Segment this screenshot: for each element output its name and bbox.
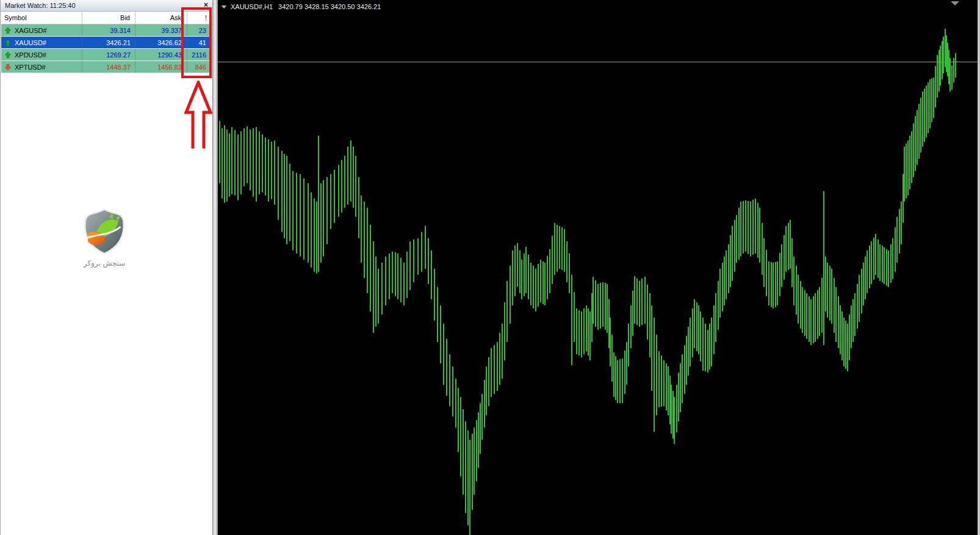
ask-cell: 39.337 (135, 27, 187, 34)
chart-ohlc-values: 3420.79 3428.15 3420.50 3426.21 (278, 3, 381, 10)
broker-logo: سنجش بروکر (78, 208, 131, 268)
close-icon[interactable]: × (204, 1, 208, 9)
table-row[interactable]: XPTUSD#1448.371456.83846 (1, 61, 212, 73)
symbol-label: XAUUSD# (15, 39, 46, 46)
spread-cell: 2116 (187, 51, 212, 59)
bid-cell: 3426.21 (82, 39, 135, 46)
symbol-cell: XPTUSD# (1, 64, 82, 71)
trend-down-icon (5, 64, 11, 70)
mt4-window: Market Watch: 11:25:40 × Symbol Bid Ask … (0, 0, 980, 535)
table-row[interactable]: XAUUSD#3426.213426.6241 (1, 37, 212, 48)
candlestick-bars[interactable] (218, 0, 980, 535)
chart-shift-marker-icon[interactable] (951, 1, 959, 5)
chart-symbol-period: XAUUSD#,H1 (231, 3, 273, 10)
spread-cell: 41 (187, 39, 212, 46)
trend-up-icon (5, 27, 11, 34)
symbol-cell: XAUUSD# (1, 39, 82, 46)
bid-cell: 1448.37 (82, 64, 135, 71)
column-header-spread[interactable]: ! (186, 14, 212, 21)
symbol-cell: XAGUSD# (1, 27, 82, 34)
ask-cell: 1456.83 (135, 64, 187, 71)
column-divider (82, 12, 82, 73)
broker-logo-caption: سنجش بروکر (78, 259, 131, 268)
trend-up-icon (5, 40, 11, 46)
symbol-label: XPDUSD# (15, 51, 46, 59)
symbol-label: XAGUSD# (15, 27, 47, 34)
column-header-ask[interactable]: Ask (134, 14, 186, 21)
broker-shield-icon (82, 208, 126, 255)
chart-header: XAUUSD#,H1 3420.79 3428.15 3420.50 3426.… (222, 3, 381, 10)
trend-up-icon (5, 52, 11, 58)
spread-cell: 23 (187, 27, 212, 34)
column-divider (187, 12, 187, 73)
table-row[interactable]: XPDUSD#1269.271290.432116 (1, 49, 212, 60)
bid-cell: 1269.27 (82, 51, 135, 59)
chart-panel[interactable]: XAUUSD#,H1 3420.79 3428.15 3420.50 3426.… (218, 0, 980, 535)
table-header: Symbol Bid Ask ! (1, 12, 212, 24)
market-watch-titlebar[interactable]: Market Watch: 11:25:40 × (1, 0, 212, 12)
annotation-arrow-up-icon (184, 81, 212, 150)
chevron-down-icon[interactable] (222, 5, 226, 9)
column-header-symbol[interactable]: Symbol (1, 14, 81, 21)
symbol-table: XAGUSD#39.31439.33723XAUUSD#3426.213426.… (1, 24, 212, 73)
ask-cell: 1290.43 (135, 51, 187, 59)
column-divider (135, 12, 135, 73)
window-right-border (978, 0, 980, 535)
symbol-cell: XPDUSD# (1, 51, 82, 59)
symbol-label: XPTUSD# (15, 64, 46, 71)
ask-cell: 3426.62 (135, 39, 187, 46)
market-watch-panel: Market Watch: 11:25:40 × Symbol Bid Ask … (0, 0, 213, 535)
spread-cell: 846 (187, 64, 212, 71)
bid-cell: 39.314 (82, 27, 135, 34)
table-row[interactable]: XAGUSD#39.31439.33723 (1, 24, 212, 36)
column-header-bid[interactable]: Bid (81, 14, 134, 21)
market-watch-title: Market Watch: 11:25:40 (5, 2, 76, 9)
panel-resize-divider[interactable] (213, 0, 218, 535)
